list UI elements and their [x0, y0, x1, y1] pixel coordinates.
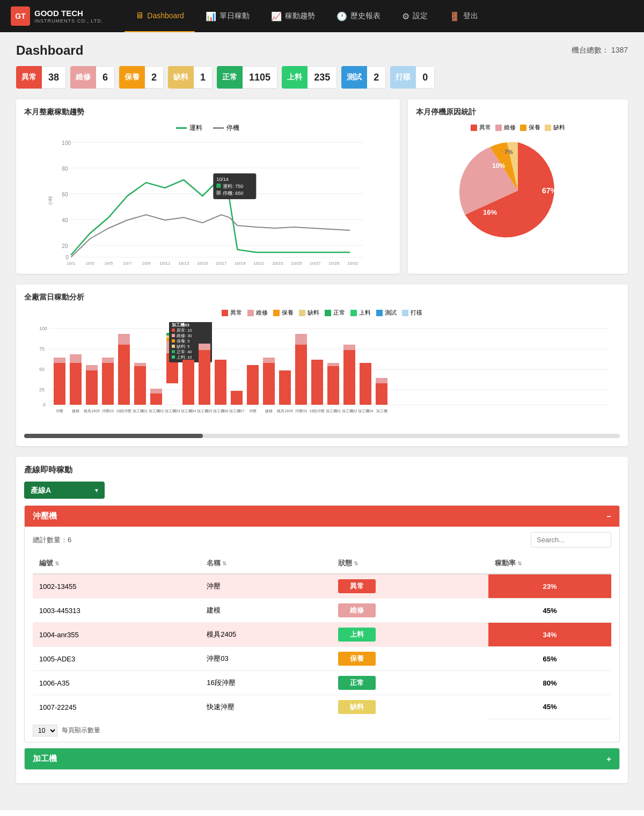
badge-value: 0 [416, 66, 435, 89]
svg-text:25: 25 [39, 387, 45, 392]
col-id[interactable]: 編號 [33, 553, 200, 574]
nav-dashboard-label: Dashboard [147, 11, 184, 20]
badge-value: 235 [308, 66, 337, 89]
svg-text:加工機01: 加工機01 [133, 409, 148, 413]
svg-text:10/11: 10/11 [159, 261, 171, 266]
table-footer: 10 20 50 每頁顯示數量 [33, 725, 611, 737]
status-badge-正常: 正常 1105 [217, 66, 277, 89]
cell-util: 23% [488, 574, 611, 599]
badge-label: 缺料 [168, 66, 194, 89]
page-size-select[interactable]: 10 20 50 [33, 725, 57, 737]
maintain-color [520, 125, 526, 131]
processing-header[interactable]: 加工機 + [25, 748, 619, 769]
svg-text:正常: 40: 正常: 40 [177, 349, 192, 354]
cell-util: 34% [488, 623, 611, 647]
svg-rect-50 [54, 358, 65, 363]
bar-chart-title: 全廠當日稼動分析 [24, 293, 620, 302]
search-input[interactable] [531, 532, 611, 548]
svg-rect-120 [376, 378, 387, 383]
badge-value: 2 [145, 66, 164, 89]
pie-chart-wrapper: 67% 16% 10% 7% [416, 137, 620, 244]
bar-legend-load [350, 310, 357, 316]
svg-text:10/1: 10/1 [67, 261, 76, 266]
repair-color [495, 125, 502, 131]
bar-legend: 異常 維修 保養 缺料 正常 上料 測試 打樣 [24, 309, 620, 317]
production-card: 產線即時稼動 產線A 產線B 產線C 沖壓機 − 總計數量：6 [16, 457, 628, 783]
svg-rect-101 [263, 363, 275, 405]
svg-text:加工機: 加工機 [376, 409, 387, 413]
prod-select-wrapper[interactable]: 產線A 產線B 產線C [24, 482, 105, 499]
status-badge: 異常 [338, 579, 376, 593]
svg-text:模具2405: 模具2405 [84, 409, 100, 413]
cell-name: 建模 [200, 599, 332, 623]
prod-line-select[interactable]: 產線A 產線B 產線C [24, 482, 105, 499]
svg-rect-80 [172, 334, 175, 337]
bar-chart-scroll[interactable]: 100 75 50 25 0 沖壓 建模 [24, 322, 620, 431]
nav-trend[interactable]: 📈 稼動趨勢 [260, 0, 326, 32]
cell-util: 80% [488, 671, 611, 695]
trend-icon: 📈 [271, 11, 282, 21]
bar-legend-abnormal [222, 310, 228, 316]
nav-daily[interactable]: 📊 單日稼動 [195, 0, 260, 32]
svg-text:沖壓03: 沖壓03 [295, 409, 307, 413]
scrollbar-track[interactable] [24, 434, 620, 438]
svg-text:10/21: 10/21 [253, 261, 265, 266]
bar-legend-normal [325, 310, 331, 316]
table-count: 總計數量：6 [33, 535, 71, 545]
bar-legend-sample [402, 310, 408, 316]
nav-history-label: 歷史報表 [350, 11, 380, 21]
cell-name: 模具2405 [200, 623, 332, 647]
svg-rect-17 [216, 191, 221, 195]
svg-text:加工機02: 加工機02 [342, 409, 357, 413]
stamping-header[interactable]: 沖壓機 − [25, 506, 619, 527]
svg-text:10/31: 10/31 [347, 261, 358, 266]
col-status[interactable]: 狀態 [332, 553, 488, 574]
svg-text:16段沖壓: 16段沖壓 [310, 409, 325, 413]
processing-title: 加工機 [33, 754, 57, 764]
nav-settings[interactable]: ⚙ 設定 [391, 0, 438, 32]
svg-text:沖壓: 沖壓 [249, 409, 257, 413]
table-row: 1002-13455 沖壓 異常 23% [33, 574, 611, 599]
trend-legend: 運料 停機 [24, 123, 392, 133]
svg-text:16段沖壓: 16段沖壓 [116, 409, 132, 413]
stamping-section: 沖壓機 − 總計數量：6 編號 名稱 狀態 稼動率 [24, 505, 620, 742]
badge-value: 1 [194, 66, 213, 89]
cell-name: 沖壓03 [200, 647, 332, 671]
stamping-content: 總計數量：6 編號 名稱 狀態 稼動率 1002-13455 沖壓 [25, 527, 619, 742]
table-row: 1007-22245 快速沖壓 缺料 45% [33, 695, 611, 719]
trend-chart-title: 本月整廠稼動趨勢 [24, 107, 392, 117]
cell-status: 正常 [332, 671, 488, 695]
col-util[interactable]: 稼動率 [488, 553, 611, 574]
pie-chart-card: 本月停機原因統計 異常 維修 保養 缺料 [408, 99, 628, 274]
svg-rect-106 [295, 345, 307, 405]
nav-logout[interactable]: 🚪 登出 [438, 0, 489, 32]
svg-text:維修: 30: 維修: 30 [176, 333, 192, 338]
bar-chart-svg: 100 75 50 25 0 沖壓 建模 [24, 322, 614, 429]
svg-text:7%: 7% [504, 149, 513, 155]
svg-text:10/17: 10/17 [216, 261, 227, 266]
svg-text:80: 80 [62, 166, 68, 172]
lack-color [545, 125, 551, 131]
stop-line-icon [213, 127, 224, 129]
svg-text:缺料: 5: 缺料: 5 [177, 344, 189, 349]
cell-status: 缺料 [332, 695, 488, 719]
status-badge: 保養 [338, 652, 376, 666]
cell-status: 上料 [332, 623, 488, 647]
svg-rect-78 [172, 329, 175, 332]
line-chart: 100 80 60 40 20 0 小時 [24, 137, 392, 266]
svg-text:上料: 10: 上料: 10 [177, 355, 192, 360]
production-title: 產線即時稼動 [24, 465, 620, 475]
scrollbar-thumb[interactable] [24, 434, 203, 438]
svg-text:建模: 建模 [265, 409, 273, 413]
svg-text:建模: 建模 [71, 409, 79, 413]
cell-id: 1005-ADE3 [33, 647, 200, 671]
svg-text:10/3: 10/3 [86, 261, 94, 266]
nav-history[interactable]: 🕐 歷史報表 [326, 0, 391, 32]
stamping-title: 沖壓機 [33, 511, 57, 521]
col-name[interactable]: 名稱 [200, 553, 332, 574]
svg-text:0: 0 [65, 254, 69, 260]
charts-row: 本月整廠稼動趨勢 運料 停機 100 80 60 40 20 [16, 99, 628, 274]
nav-dashboard[interactable]: 🖥 Dashboard [125, 0, 195, 32]
processing-section: 加工機 + [24, 748, 620, 770]
svg-rect-102 [263, 358, 275, 363]
